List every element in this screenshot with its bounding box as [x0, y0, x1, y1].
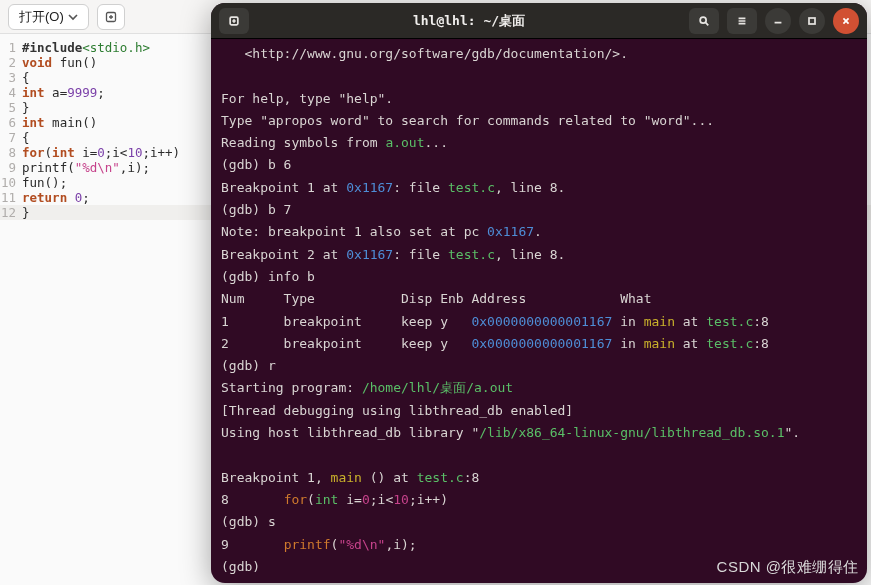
- chevron-down-icon: [68, 12, 78, 22]
- line-number: 4: [0, 85, 22, 100]
- line-number: 3: [0, 70, 22, 85]
- terminal-line: Reading symbols from a.out...: [221, 132, 857, 154]
- terminal-search-button[interactable]: [689, 8, 719, 34]
- terminal-line: [221, 444, 857, 466]
- terminal-line: 2 breakpoint keep y 0x0000000000001167 i…: [221, 333, 857, 355]
- terminal-line: Breakpoint 1, main () at test.c:8: [221, 467, 857, 489]
- terminal-line: Starting program: /home/lhl/桌面/a.out: [221, 377, 857, 399]
- terminal-line: For help, type "help".: [221, 88, 857, 110]
- window-maximize-button[interactable]: [799, 8, 825, 34]
- new-tab-button[interactable]: [97, 4, 125, 30]
- terminal-line: 8 for(int i=0;i<10;i++): [221, 489, 857, 511]
- line-number: 2: [0, 55, 22, 70]
- open-button-label: 打开(O): [19, 8, 64, 26]
- terminal-line: Breakpoint 1 at 0x1167: file test.c, lin…: [221, 177, 857, 199]
- terminal-line: (gdb): [221, 556, 857, 578]
- line-number: 7: [0, 130, 22, 145]
- line-number: 8: [0, 145, 22, 160]
- window-minimize-button[interactable]: [765, 8, 791, 34]
- line-number: 5: [0, 100, 22, 115]
- terminal-line: Type "apropos word" to search for comman…: [221, 110, 857, 132]
- svg-rect-3: [809, 18, 815, 24]
- terminal-line: 1 breakpoint keep y 0x0000000000001167 i…: [221, 311, 857, 333]
- terminal-line: Note: breakpoint 1 also set at pc 0x1167…: [221, 221, 857, 243]
- open-button[interactable]: 打开(O): [8, 4, 89, 30]
- terminal-line: (gdb) info b: [221, 266, 857, 288]
- new-tab-icon: [104, 10, 118, 24]
- terminal-body[interactable]: <http://www.gnu.org/software/gdb/documen…: [211, 39, 867, 582]
- terminal-titlebar[interactable]: lhl@lhl: ~/桌面: [211, 3, 867, 39]
- terminal-line: Num Type Disp Enb Address What: [221, 288, 857, 310]
- terminal-line: <http://www.gnu.org/software/gdb/documen…: [221, 43, 857, 65]
- line-number: 10: [0, 175, 22, 190]
- terminal-line: [Thread debugging using libthread_db ena…: [221, 400, 857, 422]
- terminal-window: lhl@lhl: ~/桌面 <http://www.gnu.org/softwa…: [211, 3, 867, 583]
- svg-point-2: [700, 17, 706, 23]
- terminal-line: Breakpoint 2 at 0x1167: file test.c, lin…: [221, 244, 857, 266]
- terminal-line: [221, 65, 857, 87]
- line-number: 1: [0, 40, 22, 55]
- terminal-line: (gdb) s: [221, 511, 857, 533]
- terminal-line: 9 printf("%d\n",i);: [221, 534, 857, 556]
- window-close-button[interactable]: [833, 8, 859, 34]
- terminal-line: (gdb) b 7: [221, 199, 857, 221]
- terminal-line: Using host libthread_db library "/lib/x8…: [221, 422, 857, 444]
- terminal-title: lhl@lhl: ~/桌面: [255, 12, 683, 30]
- terminal-line: (gdb) b 6: [221, 154, 857, 176]
- terminal-new-tab-button[interactable]: [219, 8, 249, 34]
- terminal-line: (gdb) r: [221, 355, 857, 377]
- line-number: 9: [0, 160, 22, 175]
- line-number: 11: [0, 190, 22, 205]
- line-number: 12: [0, 205, 22, 220]
- line-number: 6: [0, 115, 22, 130]
- terminal-menu-button[interactable]: [727, 8, 757, 34]
